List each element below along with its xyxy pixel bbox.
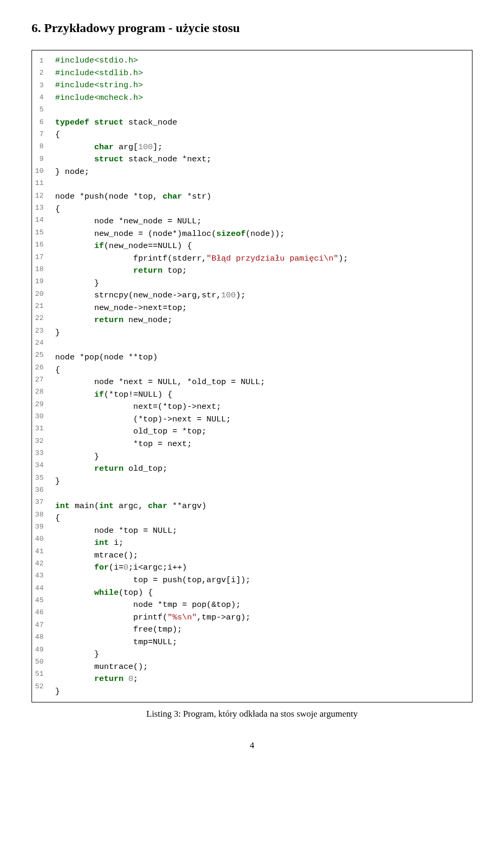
code-line: { — [55, 203, 467, 216]
line-number: 43 — [32, 570, 46, 582]
line-number: 23 — [32, 325, 46, 337]
code-line: } node; — [55, 166, 467, 179]
code-token — [55, 315, 94, 325]
code-line: int i; — [55, 537, 467, 550]
code-token — [55, 538, 94, 547]
code-token — [55, 241, 94, 251]
line-number: 1 — [32, 55, 46, 67]
code-line: muntrace(); — [55, 661, 467, 674]
code-token: (node)); — [246, 229, 285, 239]
line-number: 30 — [32, 410, 46, 422]
code-token — [123, 674, 128, 684]
line-number: 41 — [32, 545, 46, 557]
code-token: struct — [94, 154, 123, 164]
code-line — [55, 104, 467, 117]
code-line: } — [55, 327, 467, 339]
code-token: *str) — [182, 192, 212, 201]
code-token: } — [55, 649, 99, 659]
line-number: 11 — [32, 177, 46, 189]
line-number: 19 — [32, 275, 46, 287]
code-token: for — [94, 563, 109, 572]
code-token: char — [148, 501, 167, 511]
line-number: 44 — [32, 582, 46, 594]
code-token: node *pop(node **top) — [55, 353, 158, 362]
code-token — [55, 674, 94, 684]
line-number: 47 — [32, 619, 46, 631]
code-line: } — [55, 648, 467, 661]
code-token: free(tmp); — [55, 625, 182, 634]
line-number: 26 — [32, 361, 46, 374]
code-token: if — [94, 241, 104, 251]
code-line: node *tmp = pop(&top); — [55, 599, 467, 612]
code-line — [55, 339, 467, 352]
code-token: top = push(top,argv[i]); — [55, 575, 250, 585]
line-number: 48 — [32, 631, 46, 643]
line-number: 10 — [32, 165, 46, 177]
line-number: 5 — [32, 104, 46, 116]
code-line — [55, 488, 467, 500]
line-number-gutter: 1234567891011121314151617181920212223242… — [32, 50, 50, 702]
code-token: ); — [339, 254, 349, 263]
line-number: 3 — [32, 79, 46, 91]
code-token: char — [163, 192, 182, 201]
code-token: strncpy(new_node->arg,str, — [55, 291, 221, 300]
line-number: 38 — [32, 509, 46, 521]
code-token: (i= — [109, 563, 123, 572]
line-number: 37 — [32, 496, 46, 508]
line-number: 36 — [32, 484, 46, 496]
code-line: { — [55, 129, 467, 141]
code-token: old_top = *top; — [55, 427, 206, 436]
code-line: (*top)->next = NULL; — [55, 414, 467, 426]
code-token: return — [94, 315, 123, 325]
line-number: 40 — [32, 533, 46, 545]
code-token: stack_node — [123, 118, 177, 127]
code-line: strncpy(new_node->arg,str,100); — [55, 290, 467, 302]
code-token: (*top)->next = NULL; — [55, 415, 231, 424]
code-line: node *new_node = NULL; — [55, 215, 467, 228]
code-line: if(*top!=NULL) { — [55, 389, 467, 401]
code-line: free(tmp); — [55, 624, 467, 636]
code-token: "%s\n" — [167, 613, 197, 622]
code-token: int — [99, 501, 114, 511]
line-number: 39 — [32, 521, 46, 533]
code-line: fprintf(stderr,"Błąd przydziału pamięci\… — [55, 253, 467, 265]
code-line: if(new_node==NULL) { — [55, 240, 467, 253]
code-token: node *top = NULL; — [55, 526, 177, 535]
line-number: 20 — [32, 288, 46, 300]
code-token: char — [94, 142, 113, 152]
code-token: arg[ — [114, 142, 139, 152]
line-number: 8 — [32, 140, 46, 152]
code-token: { — [55, 130, 60, 139]
code-line: { — [55, 512, 467, 525]
code-block: #include<stdio.h>#include<stdlib.h>#incl… — [50, 50, 472, 702]
code-token: } — [55, 278, 99, 288]
line-number: 29 — [32, 398, 46, 410]
line-number: 2 — [32, 67, 46, 79]
code-token: **argv) — [167, 501, 206, 511]
code-token: old_top; — [123, 464, 167, 473]
code-token: node *push(node *top, — [55, 192, 163, 201]
code-token: main( — [70, 501, 99, 511]
code-token: typedef struct — [55, 118, 123, 127]
code-token: top; — [163, 266, 187, 275]
code-line: #include<stdlib.h> — [55, 67, 467, 80]
code-token: 100 — [221, 291, 236, 300]
code-token: return — [94, 464, 123, 473]
code-token: sizeof — [216, 229, 246, 239]
code-line: for(i=0;i<argc;i++) — [55, 562, 467, 574]
line-number: 49 — [32, 644, 46, 656]
code-token: while — [94, 588, 119, 597]
code-token: ;i<argc;i++) — [129, 563, 187, 572]
code-line: return new_node; — [55, 314, 467, 327]
code-token: *top = next; — [55, 439, 192, 449]
code-line: typedef struct stack_node — [55, 117, 467, 129]
code-line: } — [55, 686, 467, 698]
code-token: } — [55, 452, 99, 461]
code-token — [55, 390, 94, 399]
code-token: ; — [133, 674, 138, 684]
line-number: 21 — [32, 300, 46, 312]
code-line: old_top = *top; — [55, 426, 467, 438]
code-line: while(top) { — [55, 587, 467, 600]
code-line: node *next = NULL, *old_top = NULL; — [55, 376, 467, 389]
line-number: 31 — [32, 422, 46, 435]
